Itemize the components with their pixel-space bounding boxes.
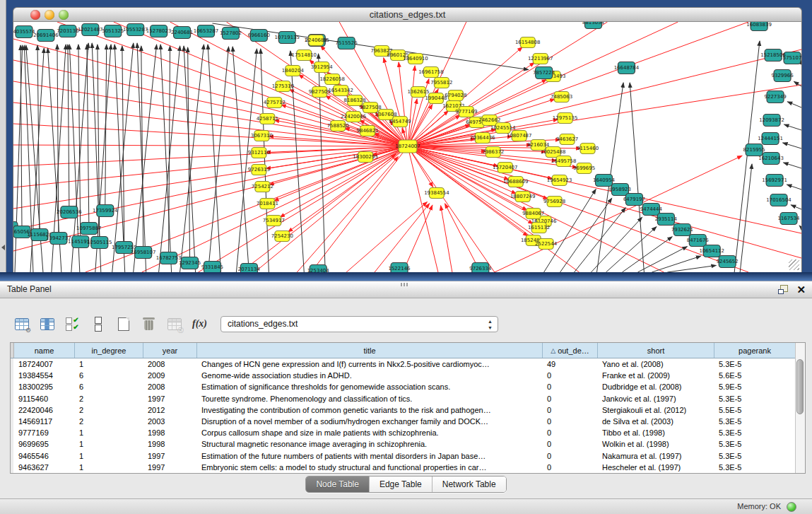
select-columns-checklist-icon[interactable]: ✔ ✔	[64, 315, 81, 332]
graph-node[interactable]: 2240681	[171, 27, 193, 39]
table-row[interactable]: 1938455462009Genome-wide association stu…	[11, 370, 805, 381]
graph-node[interactable]: 1167534	[777, 213, 800, 225]
graph-node-selected[interactable]: 6794028	[445, 90, 466, 101]
delete-column-trash-icon[interactable]	[140, 315, 158, 332]
graph-node-selected[interactable]: 9699695	[573, 163, 595, 174]
table-row[interactable]: 969969511998Structural magnetic resonanc…	[11, 438, 805, 450]
graph-node[interactable]: 6479197	[623, 194, 645, 206]
graph-node-selected[interactable]: 3912954	[311, 62, 334, 73]
edge-selected[interactable]	[13, 146, 408, 251]
edge[interactable]	[652, 256, 700, 272]
table-mode-icon[interactable]: ⚙	[13, 315, 30, 332]
table-selector-dropdown[interactable]: citations_edges.txt ▲▼	[220, 316, 498, 332]
edge-selected[interactable]	[13, 145, 408, 146]
graph-node-selected[interactable]: 8186328	[344, 95, 366, 106]
table-row[interactable]: 2242004622012Investigating the contribut…	[11, 404, 805, 416]
edge[interactable]	[783, 143, 801, 148]
edge-selected[interactable]	[13, 146, 408, 187]
graph-node[interactable]: 10553287	[123, 24, 148, 36]
row-height-icon[interactable]	[89, 315, 107, 332]
graph-node-selected[interactable]: 18724007	[395, 140, 420, 153]
graph-node-selected[interactable]: 9726313	[248, 165, 270, 175]
graph-node[interactable]: 12021487	[78, 24, 103, 36]
graph-node[interactable]: 7932621	[671, 224, 693, 236]
tab-network-table[interactable]: Network Table	[433, 477, 506, 492]
graph-node-selected[interactable]: 3067310	[251, 131, 273, 141]
graph-node[interactable]: 7515526	[336, 37, 358, 49]
graph-node[interactable]: 8215955	[743, 144, 765, 156]
edge[interactable]	[734, 41, 760, 272]
graph-node[interactable]: 6966160	[248, 30, 270, 42]
graph-node[interactable]: 9227349	[765, 91, 787, 103]
table-row[interactable]: 946554611997Estimation of the future num…	[11, 450, 805, 462]
edge-selected[interactable]	[408, 22, 748, 146]
graph-node-selected[interactable]: 17514810	[291, 50, 317, 61]
edge[interactable]	[68, 45, 69, 206]
graph-node[interactable]: 16083839	[746, 22, 772, 31]
edge-selected[interactable]	[280, 146, 408, 217]
graph-node-selected[interactable]: 9463627	[556, 134, 578, 145]
graph-node-selected[interactable]: 9827508	[360, 103, 382, 113]
edge[interactable]	[87, 45, 89, 223]
edge[interactable]	[740, 164, 752, 272]
graph-node[interactable]: 1522146	[388, 263, 410, 273]
graph-node-selected[interactable]: 7955812	[430, 78, 452, 88]
function-builder-icon[interactable]: f(x)	[191, 315, 208, 332]
graph-node[interactable]: 12444151	[758, 133, 783, 145]
edge[interactable]	[667, 265, 716, 272]
splitter-grip-icon[interactable]	[401, 283, 409, 286]
float-panel-icon[interactable]	[778, 285, 788, 294]
graph-node[interactable]: 20691406	[33, 30, 59, 42]
graph-node[interactable]: 16648784	[614, 62, 640, 74]
edge[interactable]	[791, 205, 801, 209]
column-header-in_degree[interactable]: in_degree	[75, 343, 143, 358]
edge-selected[interactable]	[441, 206, 452, 272]
graph-node[interactable]: 7203136	[57, 25, 78, 37]
graph-node-selected[interactable]: 1840204	[282, 66, 305, 76]
graph-node[interactable]: 10653287	[194, 25, 219, 37]
memory-status-indicator[interactable]	[787, 502, 796, 512]
graph-node[interactable]: 2071134	[238, 264, 261, 273]
graph-node-selected[interactable]: 19654923	[547, 175, 572, 186]
graph-node-selected[interactable]: 18226058	[319, 74, 345, 85]
edge[interactable]	[261, 49, 269, 272]
graph-node-selected[interactable]: 12213967	[528, 54, 553, 64]
column-header-title[interactable]: title	[197, 343, 543, 358]
graph-node[interactable]: 12093872	[759, 115, 784, 127]
edge[interactable]	[784, 124, 801, 130]
table-row[interactable]: 1872400712008Changes of HCN gene express…	[11, 358, 805, 370]
graph-node[interactable]: 17016504	[766, 194, 792, 206]
graph-node-selected[interactable]: 19384554	[424, 188, 449, 199]
edge[interactable]	[784, 163, 801, 168]
graph-node-selected[interactable]: 9115460	[577, 144, 599, 154]
graph-node[interactable]: 1253404	[307, 265, 330, 273]
graph-node[interactable]: 9245652	[717, 256, 739, 268]
graph-node-selected[interactable]: 10807487	[507, 131, 532, 141]
graph-node-selected[interactable]: 4275712	[264, 98, 286, 108]
window-resize-grip[interactable]	[789, 259, 799, 270]
graph-node[interactable]: 15278023	[146, 25, 172, 37]
vertical-scrollbar[interactable]	[795, 343, 805, 473]
graph-node[interactable]: 12505115	[87, 237, 112, 249]
new-column-document-icon[interactable]	[114, 315, 132, 332]
graph-node-selected[interactable]: 16961758	[418, 67, 444, 78]
graph-node-selected[interactable]: 7534917	[263, 216, 285, 226]
edge[interactable]	[787, 185, 801, 189]
edge-selected[interactable]	[13, 146, 408, 209]
graph-node[interactable]: 9331845	[201, 262, 223, 273]
column-header-out_degree[interactable]: △out_de…	[543, 343, 598, 358]
graph-node[interactable]: 9726334	[469, 263, 492, 273]
edge[interactable]	[787, 102, 801, 107]
edge-selected[interactable]	[408, 49, 801, 146]
edge-selected[interactable]	[13, 146, 408, 166]
graph-node-selected[interactable]: 7254230	[271, 231, 293, 242]
edge-selected[interactable]	[346, 202, 427, 272]
edge[interactable]	[622, 237, 672, 272]
graph-node[interactable]: 5051325	[102, 25, 124, 37]
table-row[interactable]: 911546021997Tourette syndrome. Phenomeno…	[11, 393, 805, 404]
graph-node-selected[interactable]: 7018411	[257, 199, 278, 209]
graph-node[interactable]: 8813054	[582, 22, 605, 29]
graph-node[interactable]: 2935114	[655, 214, 678, 226]
graph-node[interactable]: 1527802	[220, 28, 242, 40]
splitpane-collapse-icon[interactable]	[1, 245, 5, 250]
